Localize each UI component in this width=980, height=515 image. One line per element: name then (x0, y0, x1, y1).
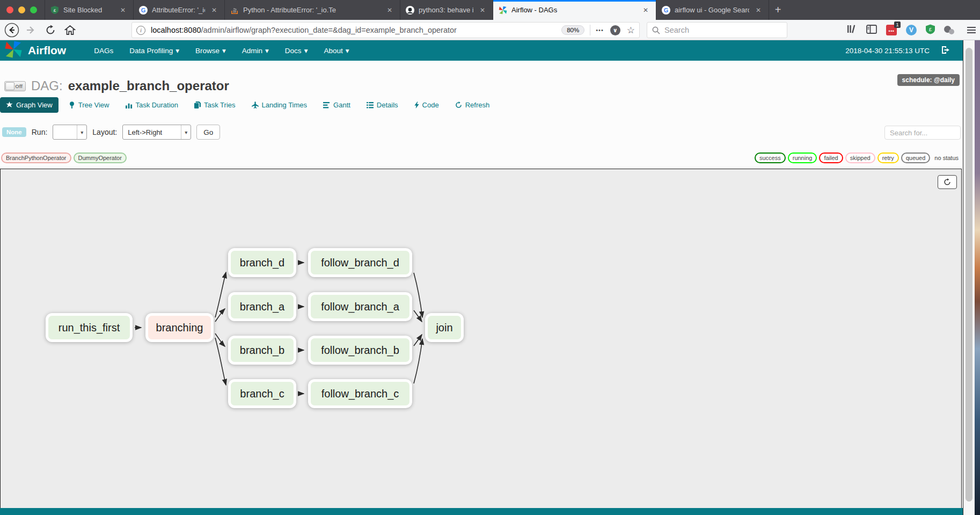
close-icon[interactable]: ✕ (478, 5, 487, 15)
toolbar-extension-area: ••• 1 V £ (846, 22, 976, 38)
tab-details[interactable]: Details (361, 97, 404, 113)
task-node-branch_b[interactable]: branch_b (228, 336, 296, 365)
menu-hamburger-icon[interactable] (967, 27, 976, 33)
graph-search-placeholder: Search for... (890, 129, 927, 137)
page-actions-icon[interactable]: ••• (596, 27, 604, 33)
tab-task-tries[interactable]: Task Tries (188, 97, 242, 113)
nav-item-admin[interactable]: Admin▾ (242, 46, 269, 55)
svg-text:£: £ (929, 26, 932, 32)
close-icon[interactable]: ✕ (118, 5, 128, 15)
refresh-button[interactable]: Refresh (449, 97, 496, 113)
task-node-branch_a[interactable]: branch_a (228, 292, 296, 321)
google-icon: G (139, 6, 148, 14)
toggle-label: Off (15, 83, 23, 89)
chevron-down-icon: ▾ (346, 46, 349, 55)
nav-item-data-profiling[interactable]: Data Profiling▾ (129, 46, 179, 55)
run-select[interactable]: ▾ (53, 125, 87, 140)
tab-tree-view[interactable]: Tree View (63, 97, 115, 113)
tab-airflow-ui-search[interactable]: G airflow ui - Google Search ✕ (656, 0, 769, 20)
tab-site-blocked[interactable]: £ Site Blocked ✕ (45, 0, 133, 20)
task-node-branching[interactable]: branching (145, 313, 214, 342)
tab-title: Site Blocked (63, 6, 114, 14)
minimize-window-button[interactable] (18, 6, 25, 13)
zoom-level-badge[interactable]: 80% (561, 25, 584, 35)
task-node-follow_branch_c[interactable]: follow_branch_c (308, 379, 412, 408)
graph-refresh-button[interactable] (938, 175, 957, 189)
chevron-down-icon: ▾ (222, 46, 226, 55)
tab-task-duration[interactable]: Task Duration (120, 97, 184, 113)
tab-title: python3: behave incorrectly mo (419, 6, 473, 14)
sidebar-toggle-icon[interactable] (866, 25, 877, 36)
nav-item-about[interactable]: About▾ (324, 46, 349, 55)
github-icon (406, 6, 414, 14)
schedule-badge[interactable]: schedule: @daily (897, 74, 960, 86)
tab-attributeerror-google[interactable]: G AttributeError: '_io.TextIOWrapp ✕ (133, 0, 224, 20)
dag-pause-toggle[interactable]: Off (4, 81, 26, 91)
close-icon[interactable]: ✕ (641, 5, 650, 15)
task-node-branch_d[interactable]: branch_d (228, 248, 296, 277)
home-icon[interactable] (62, 23, 77, 38)
nav-item-browse[interactable]: Browse▾ (195, 46, 226, 55)
back-icon[interactable] (4, 23, 19, 38)
ghostery-extension-icon[interactable] (944, 25, 955, 35)
task-node-follow_branch_a[interactable]: follow_branch_a (308, 292, 412, 321)
graph-search-input[interactable]: Search for... (884, 126, 961, 140)
legend-queued: queued (901, 153, 931, 163)
task-node-follow_branch_b[interactable]: follow_branch_b (308, 336, 412, 365)
layout-select[interactable]: Left->Right ▾ (122, 125, 191, 140)
page-scrollbar[interactable] (963, 40, 975, 515)
tab-landing-times[interactable]: Landing Times (246, 97, 313, 113)
task-node-follow_branch_d[interactable]: follow_branch_d (308, 248, 412, 277)
nav-item-docs[interactable]: Docs▾ (285, 46, 308, 55)
password-manager-extension-icon[interactable]: ••• 1 (886, 25, 897, 35)
extension-v-icon[interactable]: V (906, 25, 917, 35)
refresh-icon (455, 101, 462, 108)
close-icon[interactable]: ✕ (385, 5, 394, 15)
airflow-icon (499, 6, 507, 14)
go-button[interactable]: Go (196, 125, 220, 140)
utc-clock: 2018-04-30 21:55:13 UTC (845, 47, 930, 55)
tab-python3-github[interactable]: python3: behave incorrectly mo ✕ (400, 0, 493, 20)
layout-label: Layout: (92, 128, 117, 136)
new-tab-button[interactable]: + (769, 0, 787, 20)
gantt-icon (323, 102, 330, 108)
tab-gantt[interactable]: Gantt (317, 97, 356, 113)
nav-item-dags[interactable]: DAGs (94, 46, 113, 55)
airflow-brand[interactable]: Airflow (28, 44, 66, 57)
task-node-join[interactable]: join (425, 313, 464, 342)
tab-graph-view[interactable]: Graph View (0, 97, 58, 113)
task-node-run_this_first[interactable]: run_this_first (46, 313, 133, 342)
close-icon[interactable]: ✕ (209, 5, 219, 15)
url-bar[interactable]: i localhost:8080/admin/airflow/graph?exe… (131, 22, 640, 38)
url-text: localhost:8080/admin/airflow/graph?execu… (151, 26, 561, 34)
scrollbar-thumb[interactable] (966, 48, 972, 502)
privacy-shield-extension-icon[interactable]: £ (926, 24, 935, 37)
close-window-button[interactable] (6, 6, 13, 13)
run-layout-controls: None Run: ▾ Layout: Left->Right ▾ Go (2, 125, 220, 140)
close-icon[interactable]: ✕ (754, 5, 763, 15)
plane-icon (252, 101, 259, 108)
dag-view-tabs: Graph View Tree View Task Duration Task … (0, 97, 495, 113)
tab-python-stackoverflow[interactable]: Python - AttributeError: '_io.Te ✕ (224, 0, 400, 20)
refresh-icon (944, 178, 951, 186)
chevron-down-icon: ▾ (77, 125, 86, 139)
legend-no-status: no status (934, 155, 959, 161)
forward-icon[interactable] (24, 23, 39, 38)
task-node-branch_c[interactable]: branch_c (228, 379, 296, 408)
site-info-icon[interactable]: i (136, 26, 145, 35)
dag-graph-canvas[interactable]: run_this_first branching branch_d follow… (0, 169, 962, 515)
legend-retry: retry (877, 153, 899, 163)
logout-icon[interactable] (941, 46, 950, 56)
tab-title: Airflow - DAGs (511, 6, 637, 14)
pocket-icon[interactable]: ∨ (610, 25, 620, 35)
library-icon[interactable] (846, 24, 857, 36)
reload-icon[interactable] (43, 23, 58, 38)
tab-code[interactable]: Code (408, 97, 445, 113)
legend-success: success (755, 153, 786, 163)
chevron-down-icon: ▾ (181, 125, 191, 139)
tab-airflow-dags-active[interactable]: Airflow - DAGs ✕ (493, 0, 656, 20)
bookmark-star-icon[interactable]: ☆ (627, 25, 635, 36)
browser-search-field[interactable]: Search (647, 22, 787, 38)
airflow-menu: DAGs Data Profiling▾ Browse▾ Admin▾ Docs… (94, 46, 349, 55)
zoom-window-button[interactable] (30, 6, 37, 13)
